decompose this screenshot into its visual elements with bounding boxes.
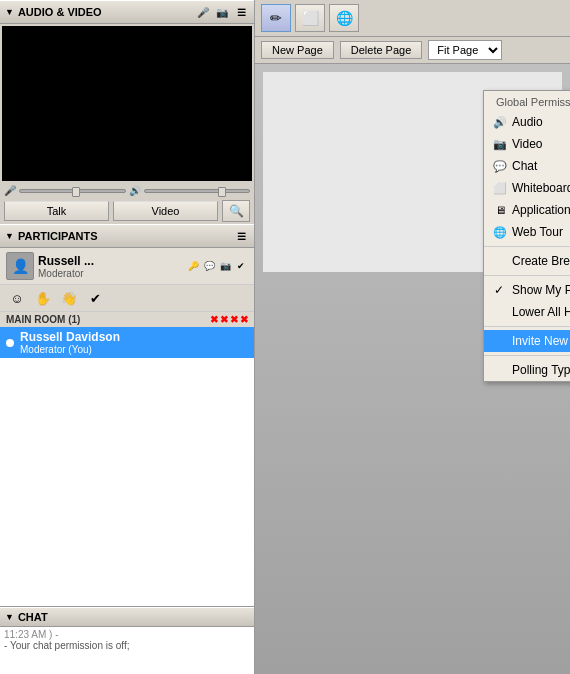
mod-permission-icon[interactable]: 🔑 [186, 259, 200, 273]
smiley-icon[interactable]: ☺ [6, 287, 28, 309]
chat-label: CHAT [18, 611, 48, 623]
menu-separator-1 [484, 246, 570, 247]
speaker-slider[interactable] [144, 189, 251, 193]
chat-collapse-icon: ▼ [5, 612, 14, 622]
menu-item-chat[interactable]: 💬 Chat [484, 155, 570, 177]
menu-app-sharing-label: Application Sharing [512, 203, 570, 217]
menu-lower-hands-label: Lower All Hands [512, 305, 570, 319]
menu-show-permissions-label: Show My Permissions [512, 283, 570, 297]
participants-collapse-icon: ▼ [5, 231, 14, 241]
menu-polling-type-label: Polling Type [512, 363, 570, 377]
checkmark-icon[interactable]: ✔ [84, 287, 106, 309]
toolbar-shapes-icon[interactable]: ⬜ [295, 4, 325, 32]
mod-video-icon[interactable]: 📷 [218, 259, 232, 273]
moderator-role: Moderator [38, 268, 182, 279]
menu-invite-label: Invite New Participant... [512, 334, 570, 348]
menu-item-audio[interactable]: 🔊 Audio [484, 111, 570, 133]
chat-header[interactable]: ▼ CHAT [0, 607, 254, 627]
left-panel: ▼ AUDIO & VIDEO 🎤 📷 ☰ 🎤 🔊 Talk Video 🔍 ▼… [0, 0, 255, 674]
participant-info: Russell Davidson Moderator (You) [20, 330, 248, 355]
moderator-avatar: 👤 [6, 252, 34, 280]
participants-label: PARTICIPANTS [18, 230, 98, 242]
audio-icon[interactable]: 🎤 [195, 4, 211, 20]
menu-item-polling-type[interactable]: Polling Type ▶ [484, 359, 570, 381]
room-mute-icon[interactable]: ✖ [220, 314, 228, 325]
participants-menu-icon[interactable]: ☰ [233, 228, 249, 244]
menu-item-app-sharing[interactable]: 🖥 Application Sharing [484, 199, 570, 221]
audio-video-header[interactable]: ▼ AUDIO & VIDEO 🎤 📷 ☰ [0, 0, 254, 24]
av-button-row: Talk Video 🔍 [0, 198, 254, 224]
chat-menu-icon: 💬 [492, 158, 508, 174]
participant-list: Russell Davidson Moderator (You) [0, 327, 254, 606]
video-button[interactable]: Video [113, 201, 218, 221]
menu-whiteboard-label: Whiteboard [512, 181, 570, 195]
mod-chat-icon[interactable]: 💬 [202, 259, 216, 273]
volume-row: 🎤 🔊 [0, 183, 254, 198]
menu-audio-label: Audio [512, 115, 543, 129]
speaker-icon: 🔊 [129, 185, 141, 196]
mod-check-icon[interactable]: ✔ [234, 259, 248, 273]
audio-menu-icon: 🔊 [492, 114, 508, 130]
audio-video-icons: 🎤 📷 ☰ [195, 4, 249, 20]
microphone-small-icon: 🎤 [4, 185, 16, 196]
audio-video-label: AUDIO & VIDEO [18, 6, 102, 18]
search-button[interactable]: 🔍 [222, 200, 250, 222]
right-panel: ✏ ⬜ 🌐 New Page Delete Page Fit Page Fit … [255, 0, 570, 674]
room-kick-icon[interactable]: ✖ [210, 314, 218, 325]
moderator-info: Russell ... Moderator [38, 254, 182, 279]
menu-item-web-tour[interactable]: 🌐 Web Tour [484, 221, 570, 243]
toolbar-globe-icon[interactable]: 🌐 [329, 4, 359, 32]
menu-separator-4 [484, 355, 570, 356]
new-page-button[interactable]: New Page [261, 41, 334, 59]
toolbar-pen-icon[interactable]: ✏ [261, 4, 291, 32]
participant-name: Russell Davidson [20, 330, 248, 344]
step-away-icon[interactable]: 👋 [58, 287, 80, 309]
participants-section: ▼ PARTICIPANTS ☰ 👤 Russell ... Moderator… [0, 224, 254, 606]
delete-page-button[interactable]: Delete Page [340, 41, 423, 59]
room-label: MAIN ROOM (1) [6, 314, 80, 325]
menu-item-video[interactable]: 📷 Video [484, 133, 570, 155]
chat-message: - Your chat permission is off; [4, 640, 129, 651]
page-controls: New Page Delete Page Fit Page Fit Width … [255, 37, 570, 64]
participant-status-dot [6, 339, 14, 347]
moderator-name: Russell ... [38, 254, 182, 268]
chat-section: ▼ CHAT 11:23 AM ) - - Your chat permissi… [0, 606, 254, 674]
menu-separator-3 [484, 326, 570, 327]
menu-item-lower-hands[interactable]: Lower All Hands [484, 301, 570, 323]
menu-separator-2 [484, 275, 570, 276]
room-hand-icon[interactable]: ✖ [230, 314, 238, 325]
room-controls: ✖ ✖ ✖ ✖ [210, 314, 248, 325]
menu-video-label: Video [512, 137, 542, 151]
participant-sub: Moderator (You) [20, 344, 248, 355]
mic-slider[interactable] [19, 189, 126, 193]
moderator-row: 👤 Russell ... Moderator 🔑 💬 📷 ✔ [0, 248, 254, 285]
action-icons-row: ☺ ✋ 👋 ✔ [0, 285, 254, 312]
room-header: MAIN ROOM (1) ✖ ✖ ✖ ✖ [0, 312, 254, 327]
menu-item-show-permissions[interactable]: Show My Permissions [484, 279, 570, 301]
room-video-icon[interactable]: ✖ [240, 314, 248, 325]
moderator-action-icons: 🔑 💬 📷 ✔ [186, 259, 248, 273]
context-menu: Global Permissions 🔊 Audio 📷 Video 💬 Cha… [483, 90, 570, 382]
camera-icon[interactable]: 📷 [214, 4, 230, 20]
raise-hand-icon[interactable]: ✋ [32, 287, 54, 309]
web-tour-menu-icon: 🌐 [492, 224, 508, 240]
participant-item[interactable]: Russell Davidson Moderator (You) [0, 327, 254, 358]
menu-item-create-breakout[interactable]: Create Breakout Rooms... [484, 250, 570, 272]
menu-item-whiteboard[interactable]: ⬜ Whiteboard [484, 177, 570, 199]
toolbar: ✏ ⬜ 🌐 [255, 0, 570, 37]
audio-video-collapse-icon: ▼ [5, 7, 14, 17]
menu-chat-label: Chat [512, 159, 537, 173]
chat-content: 11:23 AM ) - - Your chat permission is o… [0, 627, 254, 674]
app-sharing-menu-icon: 🖥 [492, 202, 508, 218]
talk-button[interactable]: Talk [4, 201, 109, 221]
fit-page-select[interactable]: Fit Page Fit Width 100% 75% 50% [428, 40, 502, 60]
participants-header[interactable]: ▼ PARTICIPANTS ☰ [0, 224, 254, 248]
menu-icon[interactable]: ☰ [233, 4, 249, 20]
chat-time: 11:23 AM ) - [4, 629, 58, 640]
participants-icons: ☰ [233, 228, 249, 244]
video-menu-icon: 📷 [492, 136, 508, 152]
video-preview [2, 26, 252, 181]
menu-web-tour-label: Web Tour [512, 225, 563, 239]
menu-section-label: Global Permissions [484, 91, 570, 111]
menu-item-invite[interactable]: Invite New Participant... [484, 330, 570, 352]
